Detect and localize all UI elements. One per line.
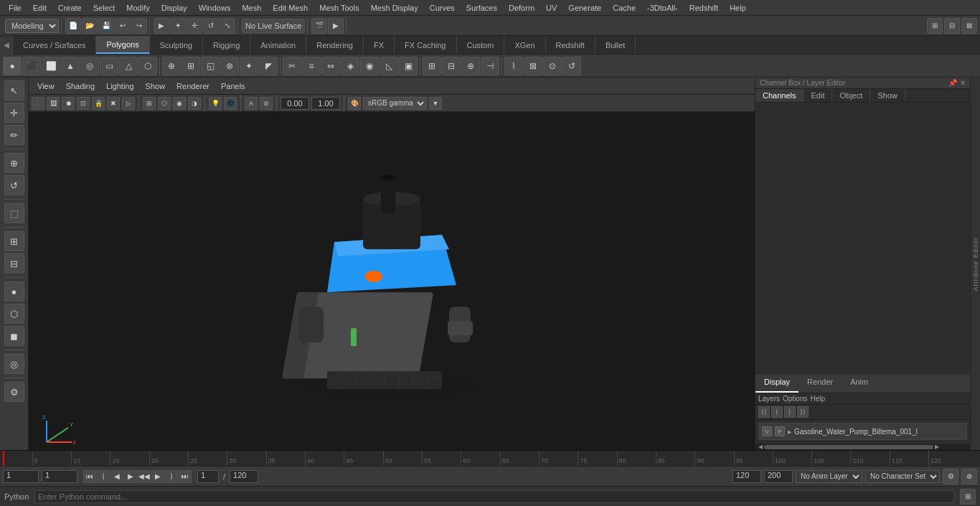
ipr-btn[interactable]: ▶	[328, 18, 344, 34]
playhead[interactable]	[3, 451, 4, 466]
vp-menu-lighting[interactable]: Lighting	[102, 80, 138, 92]
merge-btn[interactable]: ⊗	[220, 57, 239, 75]
layout-btn2[interactable]: ⊟	[944, 18, 960, 34]
menu-mesh-display[interactable]: Mesh Display	[365, 2, 424, 14]
total-frames[interactable]: 120	[230, 470, 258, 483]
vp-wire-btn[interactable]: ⬡	[158, 97, 171, 110]
smooth-btn[interactable]: ◉	[360, 57, 379, 75]
tab-xgen[interactable]: XGen	[504, 36, 545, 54]
menu-create[interactable]: Create	[52, 2, 88, 14]
lasso-tool[interactable]: ✦	[170, 18, 186, 34]
current-frame-right[interactable]: 1	[42, 470, 77, 483]
pyramid-btn[interactable]: ⬡	[138, 57, 157, 75]
next-key-btn[interactable]: ⟩	[165, 470, 178, 483]
vp-lut-btn[interactable]: ▼	[429, 97, 442, 110]
frame-input[interactable]: 1	[197, 470, 219, 483]
vp-cam-btn[interactable]: 🎥	[32, 97, 44, 110]
multi-cut-btn[interactable]: ⊞	[4, 231, 24, 251]
rotate-tool[interactable]: ↺	[203, 18, 219, 34]
play-back-btn[interactable]: ◀◀	[138, 470, 151, 483]
scrollbar-thumb[interactable]	[764, 445, 933, 449]
menu-select[interactable]: Select	[88, 2, 121, 14]
tab-object[interactable]: Object	[832, 89, 870, 102]
deform-btn[interactable]: ⌇	[504, 57, 523, 75]
layer-nav-right1[interactable]: ⟩	[784, 406, 796, 418]
vp-menu-panels[interactable]: Panels	[217, 80, 250, 92]
anim-settings-btn[interactable]: ⚙	[943, 469, 958, 484]
layer-nav-left2[interactable]: ⟨	[771, 406, 783, 418]
layer-row[interactable]: V P ▸ Gasoline_Water_Pump_Biltema_001_l	[758, 423, 967, 440]
tab-curves-surfaces[interactable]: Curves / Surfaces	[13, 36, 96, 54]
vp-iso-btn[interactable]: ⊡	[77, 97, 90, 110]
marquee-btn[interactable]: ⬚	[4, 203, 24, 223]
torus-btn[interactable]: ◎	[80, 57, 99, 75]
tab-channels[interactable]: Channels	[755, 89, 804, 102]
menu-windows[interactable]: Windows	[193, 2, 237, 14]
layer-nav-left1[interactable]: ⟨⟨	[758, 406, 770, 418]
settings-btn[interactable]: ⚙	[4, 382, 24, 402]
layer-scrollbar[interactable]: ◀ ▶	[755, 443, 970, 450]
gamma-selector[interactable]: sRGB gamma	[363, 97, 427, 110]
combine-btn[interactable]: ⊞	[423, 57, 441, 75]
tab-bullet[interactable]: Bullet	[595, 36, 636, 54]
layout-btn1[interactable]: ⊞	[927, 18, 943, 34]
triangulate-btn[interactable]: ◺	[380, 57, 398, 75]
separate-btn[interactable]: ⊟	[442, 57, 461, 75]
select-tool[interactable]: ▶	[154, 18, 169, 34]
move-tool[interactable]: ✛	[187, 18, 202, 34]
vp-xray-btn[interactable]: ⊘	[260, 97, 273, 110]
range-start[interactable]: 120	[732, 470, 761, 483]
current-frame-left[interactable]: 1	[3, 470, 39, 483]
layer-nav-right2[interactable]: ⟩⟩	[797, 406, 809, 418]
quad-btn[interactable]: ▣	[399, 57, 418, 75]
tab-polygons[interactable]: Polygons	[96, 36, 149, 54]
new-scene-btn[interactable]: 📄	[65, 18, 81, 34]
vp-light-btn[interactable]: 💡	[209, 97, 222, 110]
rotate-btn[interactable]: ↺	[4, 175, 24, 195]
cube-btn[interactable]: ⬛	[22, 57, 41, 75]
layer-playback-btn[interactable]: P	[775, 426, 785, 436]
paint-btn[interactable]: ✏	[4, 125, 24, 145]
sphere-btn[interactable]: ●	[3, 57, 22, 75]
bevel-btn[interactable]: ◱	[201, 57, 220, 75]
play-btn[interactable]: ▶	[124, 470, 137, 483]
chbox-close-btn[interactable]: ✕	[960, 79, 966, 87]
prism-btn[interactable]: △	[119, 57, 138, 75]
tab-sculpting[interactable]: Sculpting	[150, 36, 203, 54]
vp-menu-show[interactable]: Show	[141, 80, 170, 92]
sidebar-toggle[interactable]: ◀	[0, 36, 13, 55]
status-extra-btn[interactable]: ⊞	[960, 489, 976, 505]
nav-btn[interactable]: ◎	[4, 354, 24, 374]
insert-edge-btn[interactable]: ≡	[302, 57, 321, 75]
menu-curves[interactable]: Curves	[424, 2, 461, 14]
play-start-btn[interactable]: ⏮	[83, 470, 96, 483]
wrap-btn[interactable]: ↺	[562, 57, 581, 75]
scroll-right-arrow[interactable]: ▶	[933, 444, 941, 451]
vp-img-btn[interactable]: 🖼	[47, 97, 60, 110]
menu-modify[interactable]: Modify	[121, 2, 155, 14]
cut-btn[interactable]: ✂	[283, 57, 301, 75]
plane-btn[interactable]: ▭	[100, 57, 118, 75]
vp-grid-btn[interactable]: ⊞	[143, 97, 156, 110]
slide-edge-btn[interactable]: ⇔	[321, 57, 340, 75]
vp-rec-btn[interactable]: ⏺	[62, 97, 75, 110]
tab-rigging[interactable]: Rigging	[203, 36, 250, 54]
tab-show[interactable]: Show	[870, 89, 905, 102]
render-btn[interactable]: 🎬	[311, 18, 327, 34]
cone-btn[interactable]: ▲	[61, 57, 80, 75]
tab-custom[interactable]: Custom	[457, 36, 505, 54]
menu-surfaces[interactable]: Surfaces	[461, 2, 503, 14]
select-mode-btn[interactable]: ↖	[4, 80, 24, 100]
fill-hole-btn[interactable]: ◈	[341, 57, 359, 75]
timeline-ruler[interactable]: 5 10 15 20 25 30 35 40 45 50 55 60 65 70…	[3, 451, 977, 466]
lattice-btn[interactable]: ⊠	[524, 57, 542, 75]
tab-rendering[interactable]: Rendering	[306, 36, 364, 54]
vp-x-btn[interactable]: ✖	[107, 97, 120, 110]
prev-frame-btn[interactable]: ◀	[110, 470, 123, 483]
vp-smooth-btn[interactable]: ◉	[173, 97, 186, 110]
tab-animation[interactable]: Animation	[250, 36, 306, 54]
vp-shade-btn[interactable]: ◑	[188, 97, 201, 110]
undo-btn[interactable]: ↩	[115, 18, 131, 34]
menu-mesh[interactable]: Mesh	[236, 2, 267, 14]
timeline[interactable]: 5 10 15 20 25 30 35 40 45 50 55 60 65 70…	[0, 450, 980, 466]
